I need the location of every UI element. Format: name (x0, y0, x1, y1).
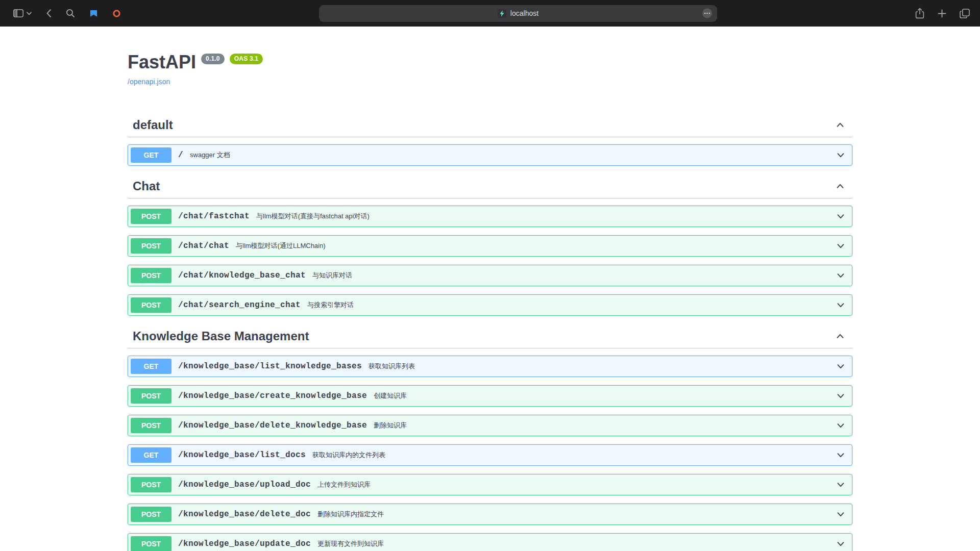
method-badge: POST (131, 268, 172, 283)
page-content: FastAPI 0.1.0 OAS 3.1 /openapi.json defa… (0, 27, 980, 551)
operation-row[interactable]: POST /knowledge_base/update_doc 更新现有文件到知… (128, 533, 852, 551)
operation-summary[interactable]: GET /knowledge_base/list_docs 获取知识库内的文件列… (128, 445, 852, 465)
expand-operation-button[interactable] (836, 300, 846, 310)
operation-row[interactable]: POST /chat/fastchat 与llm模型对话(直接与fastchat… (128, 206, 852, 227)
operation-description: swagger 文档 (190, 151, 230, 160)
chevron-down-icon (836, 150, 846, 160)
chevron-down-icon (836, 241, 846, 251)
operation-row[interactable]: POST /knowledge_base/delete_knowledge_ba… (128, 415, 852, 436)
operation-list: GET / swagger 文档 (128, 144, 852, 166)
expand-operation-button[interactable] (836, 391, 846, 401)
operation-description: 创建知识库 (374, 391, 407, 400)
operation-list: GET /knowledge_base/list_knowledge_bases… (128, 356, 852, 551)
operation-row[interactable]: POST /knowledge_base/create_knowledge_ba… (128, 385, 852, 407)
operation-description: 与llm模型对话(通过LLMChain) (236, 241, 326, 251)
toolbar-center-group: localhost (122, 5, 914, 22)
page-options-button[interactable] (702, 8, 713, 19)
chevron-up-icon (835, 181, 845, 191)
chevron-down-icon (836, 450, 846, 460)
tabs-overview-icon (960, 9, 970, 18)
expand-operation-button[interactable] (836, 361, 846, 371)
operation-row[interactable]: POST /knowledge_base/delete_doc 删除知识库内指定… (128, 504, 852, 525)
operation-path: /knowledge_base/upload_doc (178, 480, 311, 489)
operation-row[interactable]: GET /knowledge_base/list_docs 获取知识库内的文件列… (128, 444, 852, 466)
openapi-spec-link[interactable]: /openapi.json (128, 78, 170, 86)
operation-summary[interactable]: POST /chat/chat 与llm模型对话(通过LLMChain) (128, 236, 852, 256)
operation-description: 上传文件到知识库 (317, 480, 371, 489)
operation-summary[interactable]: POST /chat/fastchat 与llm模型对话(直接与fastchat… (128, 206, 852, 227)
chevron-down-icon (836, 391, 846, 401)
extension-bookmark-icon (89, 9, 98, 18)
section-header[interactable]: Knowledge Base Management (128, 325, 852, 348)
api-section: Chat POST /chat/fastchat 与llm模型对话(直接与fas… (128, 175, 852, 316)
operation-summary[interactable]: POST /knowledge_base/update_doc 更新现有文件到知… (128, 534, 852, 551)
plus-icon (938, 9, 946, 18)
method-badge: POST (131, 507, 172, 522)
method-badge: POST (131, 209, 172, 224)
fastapi-favicon-icon (498, 9, 506, 18)
expand-operation-button[interactable] (836, 270, 846, 281)
expand-operation-button[interactable] (836, 241, 846, 251)
chevron-down-icon (836, 509, 846, 519)
operation-path: /knowledge_base/create_knowledge_base (178, 391, 367, 400)
operation-path: / (178, 151, 183, 160)
section-title: Knowledge Base Management (133, 329, 309, 343)
extension-bookmark-button[interactable] (88, 8, 99, 19)
operation-summary[interactable]: POST /knowledge_base/create_knowledge_ba… (128, 386, 852, 406)
expand-operation-button[interactable] (836, 420, 846, 431)
operation-path: /chat/search_engine_chat (178, 300, 301, 310)
url-bar[interactable]: localhost (319, 5, 717, 22)
ellipsis-icon (702, 8, 713, 19)
operation-row[interactable]: POST /knowledge_base/upload_doc 上传文件到知识库 (128, 474, 852, 495)
expand-operation-button[interactable] (836, 539, 846, 549)
expand-operation-button[interactable] (836, 211, 846, 221)
api-sections: default GET / swagger 文档 Chat POST /ch (128, 114, 852, 551)
section-header[interactable]: default (128, 114, 852, 137)
url-text: localhost (510, 9, 538, 17)
operation-row[interactable]: GET /knowledge_base/list_knowledge_bases… (128, 356, 852, 377)
chevron-down-icon (836, 420, 846, 431)
sidebar-toggle-button[interactable] (12, 8, 33, 18)
version-badge: 0.1.0 (201, 54, 225, 64)
method-badge: POST (131, 297, 172, 313)
search-icon (66, 9, 75, 18)
sidebar-toggle-icon (13, 9, 23, 17)
operation-summary[interactable]: POST /knowledge_base/upload_doc 上传文件到知识库 (128, 474, 852, 495)
operation-row[interactable]: POST /chat/chat 与llm模型对话(通过LLMChain) (128, 235, 852, 257)
operation-row[interactable]: POST /chat/search_engine_chat 与搜索引擎对话 (128, 294, 852, 316)
collapse-section-button[interactable] (835, 331, 845, 341)
section-header[interactable]: Chat (128, 175, 852, 198)
operation-path: /knowledge_base/delete_knowledge_base (178, 421, 367, 430)
extension-ring-button[interactable] (111, 8, 122, 19)
operation-summary[interactable]: POST /chat/search_engine_chat 与搜索引擎对话 (128, 295, 852, 315)
tabs-overview-button[interactable] (959, 8, 971, 19)
method-badge: GET (131, 447, 172, 463)
swagger-container: FastAPI 0.1.0 OAS 3.1 /openapi.json defa… (117, 51, 863, 551)
method-badge: POST (131, 238, 172, 254)
method-badge: POST (131, 536, 172, 551)
operation-description: 删除知识库内指定文件 (317, 510, 384, 519)
back-button[interactable] (45, 8, 53, 19)
expand-operation-button[interactable] (836, 509, 846, 519)
operation-summary[interactable]: POST /knowledge_base/delete_knowledge_ba… (128, 415, 852, 436)
share-button[interactable] (914, 7, 925, 20)
collapse-section-button[interactable] (835, 120, 845, 130)
operation-summary[interactable]: POST /knowledge_base/delete_doc 删除知识库内指定… (128, 504, 852, 524)
chevron-down-icon (836, 480, 846, 490)
operation-row[interactable]: GET / swagger 文档 (128, 144, 852, 166)
operation-summary[interactable]: GET /knowledge_base/list_knowledge_bases… (128, 356, 852, 377)
operation-summary[interactable]: POST /chat/knowledge_base_chat 与知识库对话 (128, 265, 852, 286)
back-icon (46, 9, 52, 18)
search-button[interactable] (65, 8, 76, 19)
operation-row[interactable]: POST /chat/knowledge_base_chat 与知识库对话 (128, 265, 852, 286)
operation-summary[interactable]: GET / swagger 文档 (128, 145, 852, 165)
browser-toolbar: localhost (0, 0, 980, 27)
operation-path: /knowledge_base/update_doc (178, 539, 311, 548)
new-tab-button[interactable] (937, 8, 947, 19)
expand-operation-button[interactable] (836, 150, 846, 160)
expand-operation-button[interactable] (836, 480, 846, 490)
operation-description: 更新现有文件到知识库 (317, 539, 384, 548)
collapse-section-button[interactable] (835, 181, 845, 191)
share-icon (915, 8, 924, 19)
expand-operation-button[interactable] (836, 450, 846, 460)
